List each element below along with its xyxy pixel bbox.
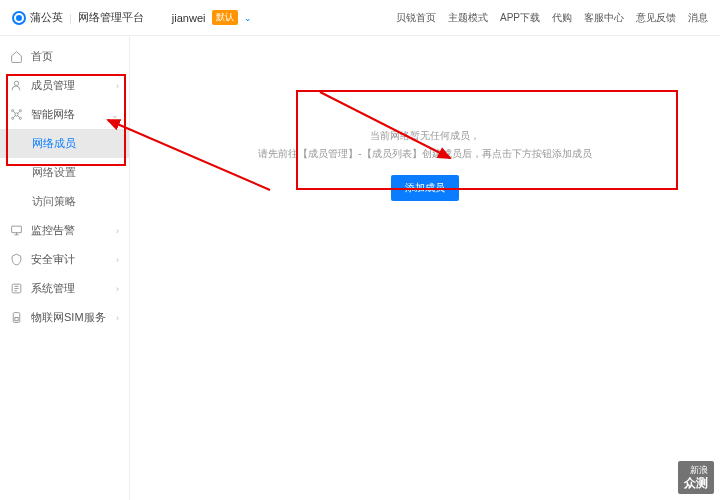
nav-feedback[interactable]: 意见反馈 [636, 11, 676, 25]
workspace-name: jianwei [172, 12, 206, 24]
chevron-right-icon: › [116, 81, 119, 91]
sidebar-item-monitor[interactable]: 监控告警 › [0, 216, 129, 245]
sidebar-item-security[interactable]: 安全审计 › [0, 245, 129, 274]
sidebar-sub-network-members[interactable]: 网络成员 [0, 129, 129, 158]
sidebar-label: 物联网SIM服务 [31, 310, 106, 325]
top-bar: 蒲公英 | 网络管理平台 jianwei 默认 ⌄ 贝锐首页 主题模式 APP下… [0, 0, 720, 36]
chevron-down-icon: ⌄ [111, 110, 119, 120]
sidebar-label: 智能网络 [31, 107, 75, 122]
sidebar-label: 系统管理 [31, 281, 75, 296]
nav-messages[interactable]: 消息 [688, 11, 708, 25]
user-icon [10, 79, 23, 92]
nav-home[interactable]: 贝锐首页 [396, 11, 436, 25]
nav-support[interactable]: 客服中心 [584, 11, 624, 25]
svg-point-0 [14, 81, 18, 85]
svg-point-2 [12, 110, 14, 112]
sidebar-item-network[interactable]: 智能网络 ⌄ [0, 100, 129, 129]
main-content: 当前网络暂无任何成员， 请先前往【成员管理】-【成员列表】创建成员后，再点击下方… [130, 36, 720, 500]
sidebar: 首页 成员管理 › 智能网络 ⌄ 网络成员 网络设置 访问策略 监控告警 › 安… [0, 36, 130, 500]
sidebar-label: 监控告警 [31, 223, 75, 238]
brand-name: 蒲公英 [30, 10, 63, 25]
chevron-right-icon: › [116, 313, 119, 323]
sim-icon [10, 311, 23, 324]
svg-point-3 [19, 110, 21, 112]
empty-line1: 当前网络暂无任何成员， [258, 129, 592, 143]
add-member-button[interactable]: 添加成员 [391, 175, 459, 201]
sidebar-label: 访问策略 [32, 194, 76, 209]
empty-state: 当前网络暂无任何成员， 请先前往【成员管理】-【成员列表】创建成员后，再点击下方… [240, 111, 610, 219]
network-icon [10, 108, 23, 121]
watermark-l1: 新浪 [684, 465, 708, 476]
sidebar-label: 首页 [31, 49, 53, 64]
svg-rect-6 [12, 226, 22, 233]
shield-icon [10, 253, 23, 266]
platform-title: 网络管理平台 [78, 10, 144, 25]
sidebar-sub-access-policy[interactable]: 访问策略 [0, 187, 129, 216]
sidebar-item-home[interactable]: 首页 [0, 42, 129, 71]
workspace-badge: 默认 [212, 10, 238, 25]
nav-download[interactable]: APP下载 [500, 11, 540, 25]
workspace-selector[interactable]: jianwei 默认 ⌄ [172, 10, 252, 25]
svg-rect-9 [15, 318, 18, 321]
monitor-icon [10, 224, 23, 237]
home-icon [10, 50, 23, 63]
sidebar-item-members[interactable]: 成员管理 › [0, 71, 129, 100]
sidebar-label: 安全审计 [31, 252, 75, 267]
sidebar-label: 网络成员 [32, 136, 76, 151]
nav-buy[interactable]: 代购 [552, 11, 572, 25]
chevron-right-icon: › [116, 226, 119, 236]
sidebar-item-system[interactable]: 系统管理 › [0, 274, 129, 303]
svg-point-4 [12, 117, 14, 119]
chevron-right-icon: › [116, 284, 119, 294]
sidebar-item-sim[interactable]: 物联网SIM服务 › [0, 303, 129, 332]
chevron-right-icon: › [116, 255, 119, 265]
system-icon [10, 282, 23, 295]
svg-point-5 [19, 117, 21, 119]
logo-icon [12, 11, 26, 25]
nav-theme[interactable]: 主题模式 [448, 11, 488, 25]
empty-line2: 请先前往【成员管理】-【成员列表】创建成员后，再点击下方按钮添加成员 [258, 147, 592, 161]
brand-logo[interactable]: 蒲公英 [12, 10, 63, 25]
sidebar-label: 网络设置 [32, 165, 76, 180]
sidebar-label: 成员管理 [31, 78, 75, 93]
divider: | [69, 12, 72, 24]
chevron-down-icon: ⌄ [244, 13, 252, 23]
sidebar-sub-network-settings[interactable]: 网络设置 [0, 158, 129, 187]
top-nav: 贝锐首页 主题模式 APP下载 代购 客服中心 意见反馈 消息 [396, 11, 708, 25]
watermark-l2: 众测 [684, 476, 708, 490]
watermark: 新浪 众测 [678, 461, 714, 494]
